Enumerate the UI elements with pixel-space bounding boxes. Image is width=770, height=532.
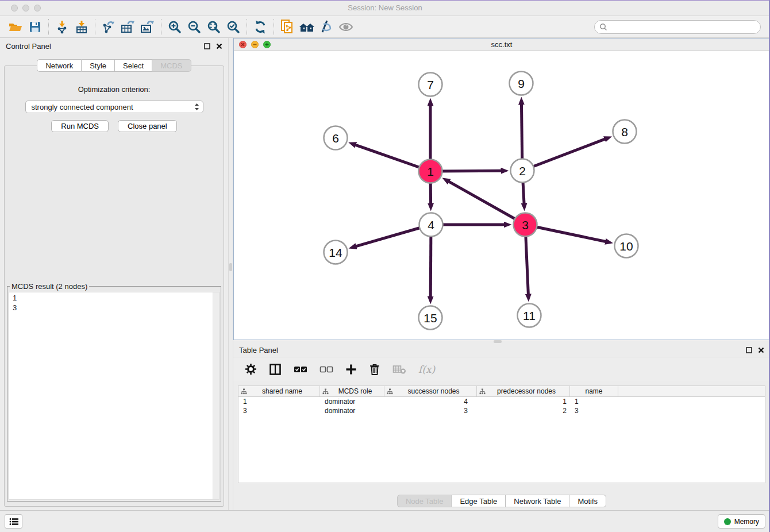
tab-edge-table[interactable]: Edge Table — [452, 495, 506, 507]
app-titlebar: Session: New Session — [0, 0, 770, 16]
graph-node-15[interactable]: 15 — [419, 306, 442, 330]
graph-node-label: 1 — [427, 165, 434, 178]
control-panel-body: Optimization criterion: strongly connect… — [0, 54, 228, 510]
graph-node-6[interactable]: 6 — [324, 126, 348, 150]
column-header-shared-name[interactable]: shared name — [238, 386, 320, 396]
network-canvas[interactable]: 7968124314101511 — [234, 51, 769, 340]
hide-eye-icon[interactable] — [336, 18, 356, 36]
column-header-predecessor-nodes[interactable]: predecessor nodes — [477, 386, 570, 396]
splitter-grip[interactable] — [229, 263, 232, 271]
cell: 4 — [384, 398, 477, 406]
cell: 3 — [384, 407, 477, 415]
zoom-in-icon[interactable] — [165, 18, 184, 36]
hierarchy-icon — [479, 388, 486, 395]
cell: 1 — [238, 398, 320, 406]
toolbar-separator — [95, 19, 95, 35]
toolbar-separator — [161, 19, 161, 35]
graph-node-label: 15 — [424, 311, 437, 325]
graph-node-11[interactable]: 11 — [518, 304, 541, 327]
search-icon — [599, 23, 607, 31]
open-file-icon[interactable] — [6, 18, 25, 36]
close-network-icon[interactable] — [239, 41, 247, 48]
minimize-network-icon[interactable] — [251, 41, 259, 48]
criterion-select[interactable]: strongly connected component — [25, 101, 203, 113]
graph-node-8[interactable]: 8 — [613, 120, 637, 144]
hierarchy-icon — [322, 388, 329, 395]
memory-status-icon — [724, 518, 731, 525]
column-header-name[interactable]: name — [570, 386, 618, 396]
delete-row-icon[interactable] — [369, 363, 380, 376]
graph-edge-2-8[interactable] — [522, 139, 606, 171]
right-column: scc.txt 7968124314101511 Table Panel — [233, 38, 770, 510]
search-input[interactable] — [610, 23, 756, 31]
import-network-icon[interactable] — [52, 18, 72, 36]
float-panel-icon[interactable] — [746, 347, 752, 353]
save-session-icon[interactable] — [25, 18, 45, 36]
cell: 2 — [477, 407, 570, 415]
tab-style[interactable]: Style — [82, 59, 115, 72]
tab-network[interactable]: Network — [37, 59, 82, 72]
cell: 3 — [238, 407, 320, 415]
zoom-fit-icon[interactable] — [204, 18, 224, 36]
column-header-mcds-role[interactable]: MCDS role — [320, 386, 384, 396]
export-image-icon[interactable] — [138, 18, 157, 36]
memory-label: Memory — [734, 518, 759, 526]
graph-node-label: 3 — [522, 218, 529, 232]
search-box[interactable] — [594, 20, 761, 34]
zoom-out-icon[interactable] — [184, 18, 204, 36]
add-row-icon[interactable] — [345, 364, 357, 375]
graph-node-14[interactable]: 14 — [324, 241, 348, 264]
graph-node-7[interactable]: 7 — [419, 73, 442, 97]
mcds-result-title: MCDS result (2 nodes) — [10, 282, 89, 291]
function-builder-icon[interactable]: f(x) — [418, 364, 435, 375]
graph-node-3[interactable]: 3 — [514, 213, 537, 237]
status-bar: Memory — [0, 510, 770, 532]
main-toolbar — [0, 16, 770, 38]
select-all-icon[interactable] — [294, 365, 307, 373]
tab-motifs[interactable]: Motifs — [569, 495, 606, 507]
graph-node-4[interactable]: 4 — [419, 213, 443, 237]
close-panel-icon[interactable] — [758, 347, 764, 353]
graph-node-10[interactable]: 10 — [615, 234, 638, 258]
zoom-selected-icon[interactable] — [224, 18, 243, 36]
graph-node-1[interactable]: 1 — [419, 160, 442, 183]
graph-node-2[interactable]: 2 — [511, 159, 534, 183]
criterion-value: strongly connected component — [32, 103, 194, 111]
mcds-result-area[interactable]: 1 3 — [9, 292, 220, 500]
column-header-successor-nodes[interactable]: successor nodes — [384, 386, 477, 396]
settings-gear-icon[interactable] — [245, 363, 257, 375]
graph-node-9[interactable]: 9 — [510, 72, 533, 95]
table-toolbar: f(x) — [233, 357, 770, 381]
result-scrollbar[interactable] — [213, 292, 219, 499]
float-panel-icon[interactable] — [204, 43, 210, 49]
tab-mcds[interactable]: MCDS — [152, 59, 191, 72]
table-row[interactable]: 3dominator323 — [238, 406, 765, 415]
toolbar-separator — [274, 19, 274, 35]
graphics-details-icon[interactable] — [317, 18, 336, 36]
tab-network-table[interactable]: Network Table — [506, 495, 569, 507]
table-row[interactable]: 1dominator411 — [238, 397, 765, 406]
delete-table-icon[interactable] — [392, 364, 406, 375]
export-table-icon[interactable] — [118, 18, 138, 36]
show-columns-icon[interactable] — [269, 363, 282, 376]
column-label: name — [572, 387, 615, 395]
close-panel-button[interactable]: Close panel — [118, 120, 177, 132]
graph-edge-3-1[interactable] — [448, 181, 525, 225]
task-list-icon[interactable] — [5, 514, 22, 529]
memory-button[interactable]: Memory — [718, 514, 765, 529]
tab-node-table[interactable]: Node Table — [397, 495, 452, 507]
refresh-layout-icon[interactable] — [251, 18, 270, 36]
run-mcds-button[interactable]: Run MCDS — [51, 120, 109, 132]
first-neighbors-icon[interactable] — [297, 18, 317, 36]
import-table-icon[interactable] — [72, 18, 91, 36]
copy-network-icon[interactable] — [278, 18, 297, 36]
table-panel-title: Table Panel — [239, 346, 746, 354]
export-network-icon[interactable] — [99, 18, 118, 36]
maximize-network-icon[interactable] — [263, 41, 271, 48]
hierarchy-icon — [387, 388, 393, 395]
cell: dominator — [320, 407, 384, 415]
tab-select[interactable]: Select — [115, 59, 152, 72]
close-panel-icon[interactable] — [216, 43, 222, 49]
deselect-all-icon[interactable] — [319, 365, 333, 373]
vertical-splitter[interactable] — [228, 38, 233, 510]
